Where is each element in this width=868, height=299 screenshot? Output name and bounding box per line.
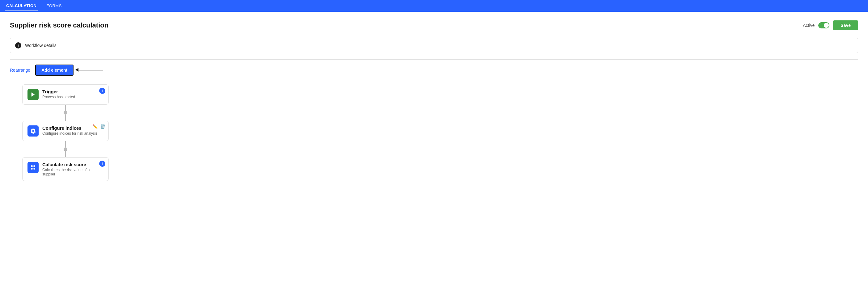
connector-line-2b bbox=[65, 151, 66, 157]
delete-icon[interactable]: 🗑️ bbox=[100, 124, 105, 129]
header: CALCULATION FORMS bbox=[0, 0, 868, 12]
tab-calculation[interactable]: CALCULATION bbox=[5, 1, 38, 11]
configure-indices-icon bbox=[28, 125, 39, 137]
page-header: Supplier risk score calculation Active S… bbox=[10, 20, 858, 30]
trigger-icon bbox=[28, 89, 39, 100]
info-icon: i bbox=[15, 42, 21, 49]
connector-line-2 bbox=[65, 141, 66, 147]
calculate-risk-score-content: Calculate risk score Calculates the risk… bbox=[42, 162, 103, 176]
configure-indices-subtitle: Configure indices for risk analysis bbox=[42, 131, 103, 136]
calculate-risk-score-card: Calculate risk score Calculates the risk… bbox=[22, 157, 109, 181]
svg-rect-4 bbox=[34, 168, 35, 170]
page-title: Supplier risk score calculation bbox=[10, 21, 108, 29]
divider bbox=[10, 59, 858, 60]
svg-rect-3 bbox=[31, 168, 32, 170]
connector-line-1b bbox=[65, 115, 66, 121]
connector-2 bbox=[22, 141, 109, 157]
trigger-content: Trigger Process has started bbox=[42, 89, 103, 99]
rearrange-button[interactable]: Rearrange bbox=[10, 68, 30, 72]
workflow-details-text: Workflow details bbox=[25, 43, 57, 48]
active-toggle[interactable] bbox=[818, 22, 829, 28]
trigger-card: Trigger Process has started i bbox=[22, 84, 109, 105]
save-button[interactable]: Save bbox=[833, 20, 858, 30]
configure-indices-actions: ✏️ 🗑️ bbox=[92, 124, 105, 129]
workflow-details-bar[interactable]: i Workflow details bbox=[10, 38, 858, 53]
trigger-info-icon[interactable]: i bbox=[99, 88, 105, 94]
main-content: Supplier risk score calculation Active S… bbox=[0, 12, 868, 299]
toolbar: Rearrange Add element bbox=[10, 65, 858, 76]
arrow-line bbox=[79, 70, 103, 70]
arrow-head bbox=[75, 68, 79, 72]
connector-1 bbox=[22, 105, 109, 121]
arrow-indicator bbox=[79, 70, 103, 70]
configure-indices-card: Configure indices Configure indices for … bbox=[22, 121, 109, 141]
svg-rect-1 bbox=[31, 165, 32, 167]
calculate-risk-score-title: Calculate risk score bbox=[42, 162, 103, 167]
connector-dot-2 bbox=[64, 147, 67, 151]
svg-marker-0 bbox=[32, 92, 35, 97]
calculate-risk-score-icon bbox=[28, 162, 39, 173]
header-right: Active Save bbox=[803, 20, 858, 30]
active-label: Active bbox=[803, 23, 814, 28]
svg-rect-2 bbox=[34, 165, 35, 167]
tab-forms[interactable]: FORMS bbox=[45, 1, 63, 11]
trigger-title: Trigger bbox=[42, 89, 103, 94]
edit-icon[interactable]: ✏️ bbox=[92, 124, 98, 129]
connector-line-1 bbox=[65, 105, 66, 111]
trigger-subtitle: Process has started bbox=[42, 95, 103, 99]
workflow-canvas: Trigger Process has started i Configure … bbox=[10, 84, 858, 181]
connector-dot-1 bbox=[64, 111, 67, 115]
calculate-risk-score-subtitle: Calculates the risk value of a supplier bbox=[42, 168, 103, 176]
calculate-risk-score-info-icon[interactable]: i bbox=[99, 160, 105, 167]
add-element-button[interactable]: Add element bbox=[35, 65, 73, 76]
